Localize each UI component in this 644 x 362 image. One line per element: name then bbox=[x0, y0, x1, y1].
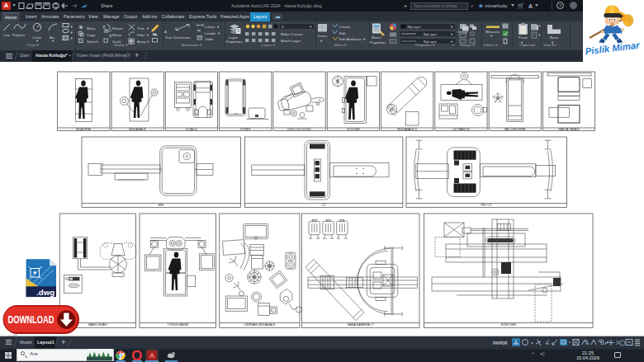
svg-text:DIYALIZ: DIYALIZ bbox=[186, 128, 197, 131]
svg-text:MAMOGRAFI: MAMOGRAFI bbox=[88, 323, 107, 327]
svg-text:FAZ DERLEME: FAZ DERLEME bbox=[504, 128, 526, 131]
svg-text:STRES: STRES bbox=[240, 128, 251, 131]
svg-text:MUAYENE: MUAYENE bbox=[76, 128, 92, 131]
svg-text:Pislik Mimar: Pislik Mimar bbox=[585, 40, 640, 56]
svg-text:MRI: MRI bbox=[159, 204, 164, 207]
svg-text:HASTA YATAĞI: HASTA YATAĞI bbox=[558, 127, 579, 131]
svg-text:DIŞÇI KOLTUĞU: DIŞÇI KOLTUĞU bbox=[287, 127, 311, 131]
svg-text:CERRAHI MÜDAHALE: CERRAHI MÜDAHALE bbox=[244, 323, 276, 327]
svg-text:.dwg: .dwg bbox=[36, 288, 54, 297]
svg-text:YOĞUN BAKIM: YOĞUN BAKIM bbox=[167, 322, 188, 327]
svg-text:ULTRASON: ULTRASON bbox=[452, 128, 469, 131]
svg-text:CT: CT bbox=[322, 204, 327, 207]
svg-text:MÜDAHALE: MÜDAHALE bbox=[129, 128, 146, 131]
svg-text:MÜDAHALE II: MÜDAHALE II bbox=[397, 128, 417, 131]
svg-text:GAMA KAMERA CT: GAMA KAMERA CT bbox=[347, 323, 375, 327]
svg-text:GÖZLEM: GÖZLEM bbox=[347, 128, 360, 131]
svg-text:RÖNTGEN: RÖNTGEN bbox=[501, 323, 517, 327]
svg-text:PET CT: PET CT bbox=[481, 204, 492, 207]
svg-text:DOWNLOAD: DOWNLOAD bbox=[8, 314, 54, 326]
